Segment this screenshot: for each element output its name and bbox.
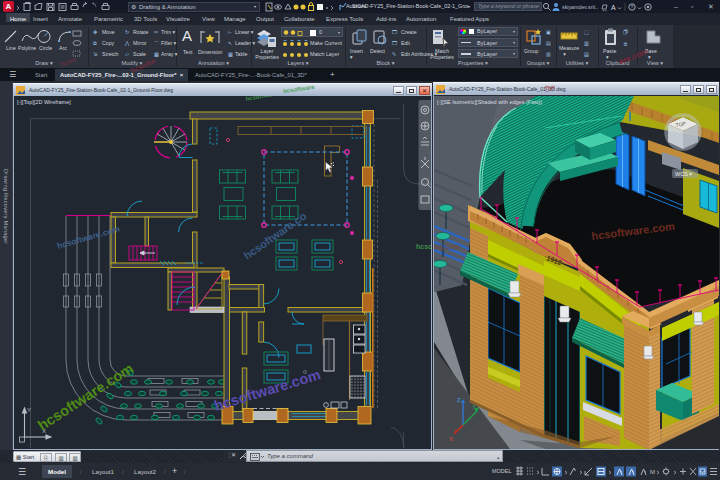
svg-text:?: ? (631, 4, 634, 10)
svg-text:Y: Y (472, 404, 476, 410)
svg-text:M: M (650, 469, 655, 475)
svg-text:Y: Y (27, 407, 31, 413)
svg-text:skiyamdev.srit..: skiyamdev.srit.. (562, 4, 598, 10)
svg-text:Z: Z (457, 397, 461, 403)
svg-text:hcsof: hcsof (416, 243, 431, 250)
svg-text:X: X (449, 436, 453, 442)
svg-text:WCS ▾: WCS ▾ (675, 171, 692, 177)
svg-text:are.com: are.com (434, 243, 460, 250)
svg-text:A: A (611, 3, 616, 10)
